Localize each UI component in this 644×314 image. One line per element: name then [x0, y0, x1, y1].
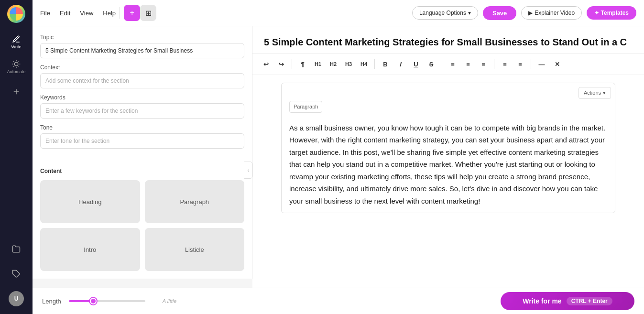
actions-button[interactable]: Actions ▾ [579, 87, 611, 99]
content-card-heading[interactable]: Heading [40, 180, 140, 223]
context-label: Context [40, 64, 244, 71]
length-desc: A little [163, 298, 177, 304]
play-icon: ▶ [528, 10, 533, 16]
sidebar-item-write[interactable]: Write [6, 32, 27, 53]
sidebar-item-tag[interactable] [6, 263, 27, 284]
editor-title[interactable]: 5 Simple Content Marketing Strategies fo… [264, 36, 633, 48]
language-options-label: Language Options [419, 10, 466, 16]
length-slider[interactable] [69, 300, 145, 302]
tone-label: Tone [40, 124, 244, 131]
numbered-list-button[interactable]: ≡ [513, 57, 527, 71]
toolbar-sep-1 [292, 59, 292, 69]
editor-title-bar: 5 Simple Content Marketing Strategies fo… [252, 26, 644, 54]
hr-button[interactable]: — [535, 57, 548, 71]
left-panel: Topic Context Keywords Tone Content Head… [33, 26, 252, 279]
editor-content: ⠿ Paragraph Actions ▾ As a small busines… [252, 75, 644, 288]
add-button[interactable]: + [124, 5, 140, 21]
sidebar-automate-label: Automate [7, 69, 26, 74]
undo-button[interactable]: ↩ [259, 57, 273, 71]
left-panel-form: Topic Context Keywords Tone [33, 26, 252, 162]
folder-icon [12, 245, 21, 253]
redo-button[interactable]: ↪ [274, 57, 288, 71]
tag-icon [12, 270, 21, 278]
content-card-listicle[interactable]: Listicle [145, 228, 245, 271]
content-card-intro-label: Intro [84, 246, 96, 253]
paragraph-format-button[interactable]: ¶ [296, 57, 309, 71]
content-card-heading-label: Heading [78, 198, 101, 206]
chevron-down-icon: ▾ [468, 10, 471, 16]
align-center-button[interactable]: ≡ [461, 57, 475, 71]
explainer-button[interactable]: ▶ Explainer Video [521, 6, 582, 20]
sidebar-item-add[interactable] [6, 81, 27, 102]
svg-line-8 [19, 61, 19, 62]
bold-button[interactable]: B [379, 57, 392, 71]
toolbar-sep-4 [494, 59, 494, 69]
keywords-input[interactable] [40, 103, 244, 119]
content-card-intro[interactable]: Intro [40, 228, 140, 271]
editor-toolbar: ↩ ↪ ¶ H1 H2 H3 H4 B I U S ≡ ≡ ≡ ≡ ≡ — ✕ [252, 54, 644, 75]
clear-format-button[interactable]: ✕ [550, 57, 564, 71]
user-avatar: U [9, 291, 24, 306]
app-logo [7, 5, 25, 23]
topic-label: Topic [40, 34, 244, 41]
svg-line-4 [19, 66, 19, 67]
align-right-button[interactable]: ≡ [477, 57, 490, 71]
templates-button[interactable]: ✦ Templates [587, 6, 636, 20]
svg-line-7 [13, 66, 14, 67]
strikethrough-button[interactable]: S [425, 57, 438, 71]
topic-input[interactable] [40, 43, 244, 58]
explainer-label: Explainer Video [535, 10, 575, 16]
chevron-down-icon: ▾ [603, 88, 606, 97]
menu-edit[interactable]: Edit [60, 10, 70, 17]
paragraph-block[interactable]: Paragraph Actions ▾ As a small business … [281, 83, 615, 213]
menu-view[interactable]: View [80, 10, 93, 17]
paragraph-text: As a small business owner, you know how … [289, 122, 607, 207]
collapse-panel-button[interactable]: ‹ [244, 162, 253, 179]
content-section-title: Content [40, 162, 244, 174]
h4-button[interactable]: H4 [357, 57, 371, 71]
sidebar-item-automate[interactable]: Automate [6, 56, 27, 77]
content-card-paragraph[interactable]: Paragraph [145, 180, 245, 223]
sidebar-write-label: Write [11, 44, 22, 49]
toolbar-sep-3 [442, 59, 442, 69]
content-card-listicle-label: Listicle [185, 246, 204, 253]
h3-button[interactable]: H3 [342, 57, 355, 71]
pen-icon [12, 35, 21, 43]
sun-icon [12, 60, 21, 68]
section-type-badge: Paragraph [289, 101, 322, 113]
bullet-list-button[interactable]: ≡ [498, 57, 512, 71]
underline-button[interactable]: U [409, 57, 423, 71]
section-block: ⠿ Paragraph Actions ▾ As a small busines… [252, 75, 644, 221]
svg-point-0 [14, 62, 18, 66]
italic-button[interactable]: I [394, 57, 407, 71]
h2-button[interactable]: H2 [327, 57, 340, 71]
content-card-paragraph-label: Paragraph [180, 198, 209, 206]
content-grid: Heading Paragraph Intro Listicle [40, 180, 244, 271]
editor-panel: 5 Simple Content Marketing Strategies fo… [252, 26, 644, 314]
write-for-me-button[interactable]: Write for me CTRL + Enter [501, 292, 634, 310]
context-input[interactable] [40, 73, 244, 88]
tone-input[interactable] [40, 133, 244, 149]
length-slider-wrapper [69, 300, 155, 302]
write-shortcut: CTRL + Enter [567, 297, 612, 305]
grid-button[interactable]: ⊞ [140, 5, 156, 21]
top-bar: File Edit View Help + ⊞ Language Options… [33, 0, 644, 26]
plus-icon [12, 87, 21, 96]
sidebar-item-folder[interactable] [6, 238, 27, 260]
menu-file[interactable]: File [40, 10, 50, 17]
svg-line-3 [13, 61, 14, 62]
icon-sidebar: Write Automate U [0, 0, 33, 314]
menu-help[interactable]: Help [103, 10, 116, 17]
menu-bar: File Edit View Help [40, 10, 116, 17]
language-options-button[interactable]: Language Options ▾ [412, 6, 478, 20]
h1-button[interactable]: H1 [311, 57, 325, 71]
keywords-label: Keywords [40, 94, 244, 101]
toolbar-sep-2 [374, 59, 375, 69]
main-content: Topic Context Keywords Tone Content Head… [33, 26, 644, 314]
save-button[interactable]: Save [483, 6, 516, 20]
sidebar-item-user[interactable]: U [6, 288, 27, 309]
menu-divider [120, 7, 120, 19]
align-left-button[interactable]: ≡ [446, 57, 459, 71]
content-section: Content Heading Paragraph Intro Listicle [33, 162, 252, 279]
length-label: Length [42, 298, 61, 305]
